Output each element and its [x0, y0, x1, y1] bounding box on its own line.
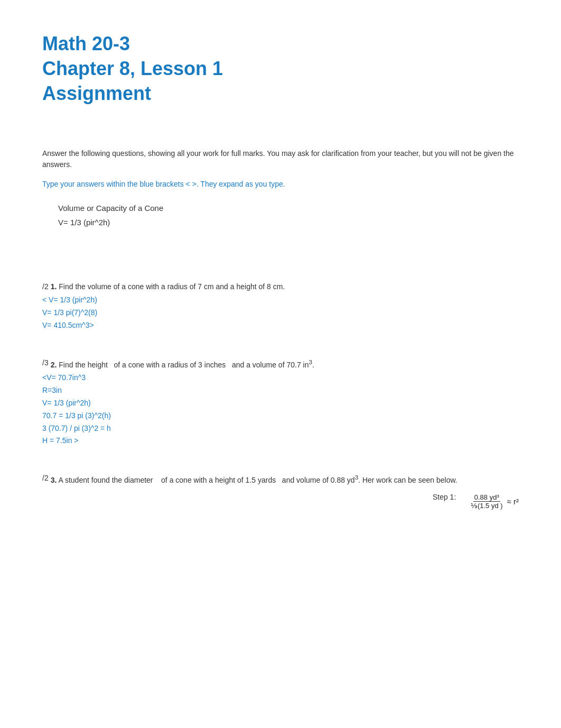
q1-marks: /2 — [42, 282, 49, 291]
page-title: Math 20-3 Chapter 8, Lesson 1 Assignment — [42, 32, 519, 106]
general-instructions: Answer the following questions, showing … — [42, 148, 519, 170]
blue-instructions: Type your answers within the blue bracke… — [42, 180, 519, 188]
q3-text: 3. A student found the diameter of a con… — [51, 474, 457, 484]
q1-answer-2: V= 1/3 pi(7)^2(8) — [42, 307, 519, 319]
q2-marks: /3 — [42, 358, 49, 367]
q3-step-section: Step 1: 0.88 yd³ ⅓(1.5 yd ) ≈ r² — [42, 493, 519, 512]
question-3: /2 3. A student found the diameter of a … — [42, 474, 519, 512]
q3-denominator: ⅓(1.5 yd ) — [470, 502, 504, 510]
q3-step1-equals: ≈ r² — [507, 497, 519, 506]
q2-text: 2. Find the height of a cone with a radi… — [51, 358, 314, 369]
q3-fraction: 0.88 yd³ ⅓(1.5 yd ) — [470, 493, 504, 510]
q3-marks: /2 — [42, 474, 49, 482]
q3-numerator: 0.88 yd³ — [473, 493, 500, 502]
q2-answer-6: H = 7.5in > — [42, 435, 519, 447]
q3-step1: Step 1: 0.88 yd³ ⅓(1.5 yd ) ≈ r² — [433, 493, 519, 510]
q2-answer-3: V= 1/3 (pir^2h) — [42, 397, 519, 410]
q2-answer-1: <V= 70.7in^3 — [42, 372, 519, 384]
formula-text: V= 1/3 (pir^2h) — [58, 215, 519, 229]
q3-step1-label: Step 1: — [433, 493, 464, 501]
q1-answer-3: V= 410.5cm^3> — [42, 319, 519, 332]
q2-answer-4: 70.7 = 1/3 pi (3)^2(h) — [42, 410, 519, 422]
q2-answers: <V= 70.7in^3 R=3in V= 1/3 (pir^2h) 70.7 … — [42, 372, 519, 447]
question-1: /2 1. Find the volume of a cone with a r… — [42, 282, 519, 331]
q2-answer-2: R=3in — [42, 384, 519, 397]
q1-answers: < V= 1/3 (pir^2h) V= 1/3 pi(7)^2(8) V= 4… — [42, 294, 519, 331]
q1-text: 1. Find the volume of a cone with a radi… — [51, 282, 285, 291]
formula-label: Volume or Capacity of a Cone — [58, 201, 519, 215]
question-2: /3 2. Find the height of a cone with a r… — [42, 358, 519, 447]
q1-answer-1: < V= 1/3 (pir^2h) — [42, 294, 519, 307]
q2-answer-5: 3 (70.7) / pi (3)^2 = h — [42, 422, 519, 435]
q3-step1-formula: 0.88 yd³ ⅓(1.5 yd ) ≈ r² — [469, 493, 519, 510]
formula-section: Volume or Capacity of a Cone V= 1/3 (pir… — [58, 201, 519, 229]
